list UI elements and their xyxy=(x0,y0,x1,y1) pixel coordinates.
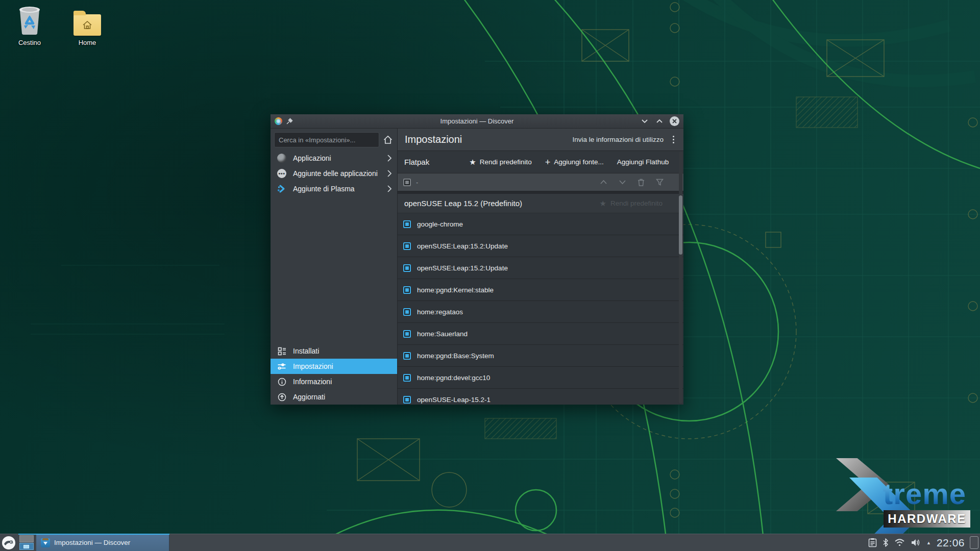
repo-checkbox[interactable] xyxy=(403,264,411,272)
repo-row: openSUSE:Leap:15.2:Update xyxy=(398,235,683,257)
home-button[interactable] xyxy=(383,135,393,145)
sidebar-item-label: Informazioni xyxy=(293,378,332,386)
chevron-right-icon xyxy=(387,185,392,193)
clipboard-icon[interactable] xyxy=(868,538,877,547)
application-launcher-button[interactable] xyxy=(0,534,17,551)
volume-icon[interactable] xyxy=(911,538,921,547)
bluetooth-icon[interactable] xyxy=(883,538,889,547)
repo-checkbox[interactable] xyxy=(403,396,411,404)
filter-icon[interactable] xyxy=(656,179,664,186)
settings-panel: Impostazioni Invia le informazioni di ut… xyxy=(398,129,683,405)
desktop-icon-home[interactable]: Home xyxy=(64,4,111,46)
send-usage-info-action[interactable]: Invia le informazioni di utilizzo xyxy=(572,136,664,143)
desktop-icon-label: Home xyxy=(64,39,111,46)
maximize-button[interactable] xyxy=(655,117,664,126)
repo-label: home:pgnd:Kernel:stable xyxy=(417,286,494,294)
show-desktop-button[interactable] xyxy=(970,536,978,549)
settings-sliders-icon xyxy=(277,361,287,371)
repo-label: openSUSE:Leap:15.2:Update xyxy=(417,264,508,272)
flatpak-toolbar: Flatpak ★ Rendi predefinito + Aggiungi f… xyxy=(398,151,683,173)
default-source-header: openSUSE Leap 15.2 (Predefinito) ★ Rendi… xyxy=(398,194,683,213)
repo-checkbox[interactable] xyxy=(403,220,411,228)
titlebar[interactable]: Impostazioni — Discover xyxy=(271,114,683,129)
search-input[interactable] xyxy=(274,132,379,147)
overflow-menu-icon[interactable] xyxy=(671,135,676,144)
trash-icon xyxy=(6,4,53,36)
repo-row: openSUSE-Leap-15.2-1 xyxy=(398,389,683,405)
info-icon xyxy=(277,377,287,387)
repo-label: home:regataos xyxy=(417,308,463,316)
pin-icon[interactable] xyxy=(286,118,293,124)
wifi-icon[interactable] xyxy=(894,538,905,547)
task-button-label: Impostazioni — Discover xyxy=(54,539,130,546)
minimize-button[interactable] xyxy=(640,117,649,126)
source-filter-row[interactable]: - xyxy=(398,173,683,191)
window-title: Impostazioni — Discover xyxy=(271,117,683,125)
sidebar-item-label: Aggiunte delle applicazioni xyxy=(293,169,378,178)
plus-icon: + xyxy=(545,158,551,167)
checkbox[interactable] xyxy=(403,179,411,186)
scrollbar[interactable] xyxy=(679,152,682,404)
logo-hardware-bar: HARDWARE xyxy=(884,510,970,528)
desktop-icon-label: Cestino xyxy=(6,39,53,46)
sidebar-item-updates[interactable]: Aggiornati xyxy=(271,389,397,405)
clock[interactable]: 22:06 xyxy=(937,537,965,549)
repo-checkbox[interactable] xyxy=(403,286,411,294)
sidebar-item-label: Applicazioni xyxy=(293,154,331,162)
pager-desktop-2[interactable] xyxy=(19,543,34,550)
repo-checkbox[interactable] xyxy=(403,308,411,316)
updates-icon xyxy=(277,392,287,402)
sidebar-item-label: Installati xyxy=(293,347,319,355)
chevron-right-icon xyxy=(387,169,392,178)
page-title: Impostazioni xyxy=(405,134,462,145)
repo-checkbox[interactable] xyxy=(403,330,411,338)
desktop: Cestino Home treme HARDWARE Impostazioni… xyxy=(0,0,980,551)
xtreme-hardware-logo: treme HARDWARE xyxy=(836,458,975,528)
logo-hardware-text: HARDWARE xyxy=(888,512,966,526)
chevron-right-icon xyxy=(387,154,392,162)
sidebar-item-installed[interactable]: Installati xyxy=(271,343,397,359)
repo-row: home:pgnd:Kernel:stable xyxy=(398,279,683,301)
backend-name: Flatpak xyxy=(404,158,429,166)
make-default-button[interactable]: ★ Rendi predefinito xyxy=(469,158,532,166)
repo-checkbox[interactable] xyxy=(403,242,411,250)
pager-desktop-1[interactable] xyxy=(19,535,34,542)
repo-label: home:Sauerland xyxy=(417,330,468,338)
sidebar-item-plasma-addons[interactable]: Aggiunte di Plasma xyxy=(271,181,397,196)
add-flathub-button[interactable]: Aggiungi Flathub xyxy=(617,158,669,166)
repo-checkbox[interactable] xyxy=(403,352,411,360)
repo-list: google-chrome openSUSE:Leap:15.2:Update … xyxy=(398,213,683,405)
sidebar-item-label: Aggiunte di Plasma xyxy=(293,185,355,193)
filter-row-label: - xyxy=(416,179,418,186)
sidebar-item-applications[interactable]: Applicazioni xyxy=(271,151,397,166)
move-up-icon[interactable] xyxy=(600,180,607,185)
plasma-addons-icon xyxy=(277,184,287,194)
virtual-desktop-pager[interactable] xyxy=(19,535,34,550)
repo-row: home:pgnd:Base:System xyxy=(398,345,683,367)
sidebar-item-app-addons[interactable]: ••• Aggiunte delle applicazioni xyxy=(271,166,397,181)
move-down-icon[interactable] xyxy=(619,180,626,185)
task-button-discover[interactable]: Impostazioni — Discover xyxy=(36,534,169,551)
sidebar-item-about[interactable]: Informazioni xyxy=(271,374,397,389)
close-button[interactable] xyxy=(670,116,679,126)
opensuse-logo-icon xyxy=(2,536,16,550)
discover-window: Impostazioni — Discover xyxy=(271,114,683,405)
default-source-title: openSUSE Leap 15.2 (Predefinito) xyxy=(404,199,522,208)
repo-checkbox[interactable] xyxy=(403,374,411,382)
sidebar-item-settings[interactable]: Impostazioni xyxy=(271,359,397,374)
desktop-icon-trash[interactable]: Cestino xyxy=(6,4,53,46)
repo-row: home:Sauerland xyxy=(398,323,683,345)
logo-treme-text: treme xyxy=(883,477,966,511)
sidebar-item-label: Impostazioni xyxy=(293,362,333,370)
tray-expand-icon[interactable]: ▲ xyxy=(926,540,931,545)
installed-icon xyxy=(277,346,287,356)
system-tray: ▲ 22:06 xyxy=(868,537,980,549)
app-addons-icon: ••• xyxy=(277,168,287,179)
scrollbar-thumb[interactable] xyxy=(679,195,682,255)
delete-icon[interactable] xyxy=(638,179,645,186)
add-source-button[interactable]: + Aggiungi fonte... xyxy=(545,158,604,167)
repo-row: home:regataos xyxy=(398,301,683,323)
repo-label: google-chrome xyxy=(417,220,463,228)
repo-row: google-chrome xyxy=(398,213,683,235)
home-folder-icon xyxy=(64,4,111,36)
